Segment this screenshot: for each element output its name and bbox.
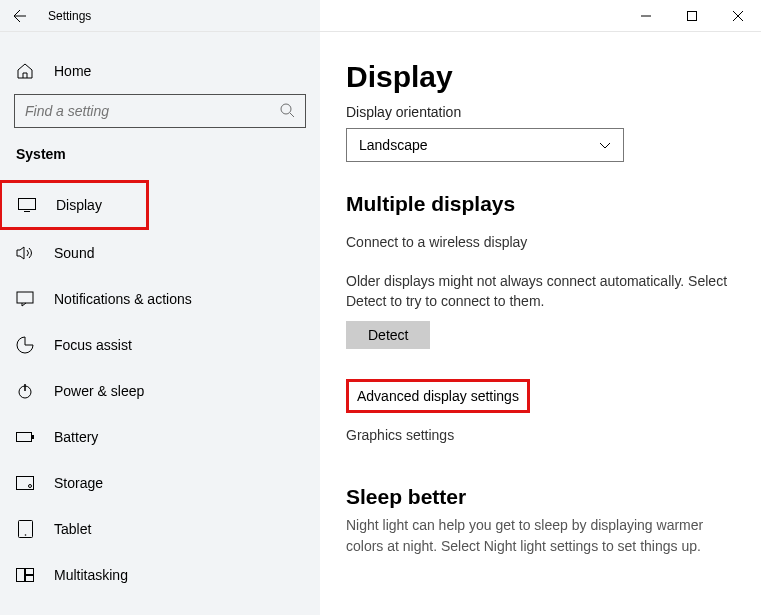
sidebar-item-label: Battery	[54, 429, 98, 445]
sidebar: Home System Display Sound Notifica	[0, 32, 320, 615]
sidebar-item-label: Storage	[54, 475, 103, 491]
sidebar-item-multitasking[interactable]: Multitasking	[0, 552, 320, 598]
focus-assist-icon	[16, 336, 34, 354]
svg-point-1	[281, 104, 291, 114]
back-arrow-icon	[12, 8, 28, 24]
sidebar-item-label: Focus assist	[54, 337, 132, 353]
sidebar-item-sound[interactable]: Sound	[0, 230, 320, 276]
orientation-label: Display orientation	[346, 104, 737, 120]
multitasking-icon	[16, 566, 34, 584]
main-content: Display Display orientation Landscape Mu…	[320, 32, 761, 615]
advanced-display-settings-link[interactable]: Advanced display settings	[346, 379, 530, 413]
orientation-value: Landscape	[359, 137, 428, 153]
advanced-display-label: Advanced display settings	[357, 388, 519, 404]
svg-rect-12	[26, 569, 34, 575]
storage-icon	[16, 474, 34, 492]
battery-icon	[16, 428, 34, 446]
window-title: Settings	[48, 9, 91, 23]
svg-rect-13	[26, 576, 34, 582]
sidebar-item-display[interactable]: Display	[0, 180, 149, 230]
detect-hint: Older displays might not always connect …	[346, 272, 737, 311]
sidebar-item-label: Display	[56, 197, 102, 213]
sidebar-item-focus-assist[interactable]: Focus assist	[0, 322, 320, 368]
sidebar-item-battery[interactable]: Battery	[0, 414, 320, 460]
sidebar-item-label: Notifications & actions	[54, 291, 192, 307]
notifications-icon	[16, 290, 34, 308]
close-button[interactable]	[715, 0, 761, 32]
search-box[interactable]	[14, 94, 306, 128]
graphics-settings-link[interactable]: Graphics settings	[346, 427, 737, 443]
svg-rect-5	[17, 433, 32, 442]
sidebar-item-notifications[interactable]: Notifications & actions	[0, 276, 320, 322]
tablet-icon	[16, 520, 34, 538]
window-controls	[623, 0, 761, 32]
power-icon	[16, 382, 34, 400]
orientation-dropdown[interactable]: Landscape	[346, 128, 624, 162]
svg-point-8	[29, 485, 32, 488]
display-icon	[18, 196, 36, 214]
svg-rect-0	[688, 11, 697, 20]
search-icon	[279, 102, 295, 121]
maximize-button[interactable]	[669, 0, 715, 32]
svg-rect-11	[17, 569, 25, 582]
page-title: Display	[346, 60, 737, 94]
back-button[interactable]	[0, 0, 40, 32]
home-label: Home	[54, 63, 91, 79]
home-icon	[16, 62, 34, 80]
sidebar-item-label: Tablet	[54, 521, 91, 537]
sidebar-item-storage[interactable]: Storage	[0, 460, 320, 506]
close-icon	[733, 11, 743, 21]
search-input[interactable]	[25, 103, 279, 119]
category-label: System	[0, 146, 320, 162]
sidebar-item-label: Multitasking	[54, 567, 128, 583]
wireless-display-link[interactable]: Connect to a wireless display	[346, 234, 737, 250]
svg-point-10	[24, 534, 26, 536]
detect-button[interactable]: Detect	[346, 321, 430, 349]
minimize-icon	[641, 11, 651, 21]
sidebar-item-power-sleep[interactable]: Power & sleep	[0, 368, 320, 414]
sidebar-item-tablet[interactable]: Tablet	[0, 506, 320, 552]
home-link[interactable]: Home	[0, 54, 320, 94]
svg-rect-6	[32, 435, 34, 439]
sidebar-item-label: Power & sleep	[54, 383, 144, 399]
titlebar: Settings	[0, 0, 761, 32]
sleep-better-text: Night light can help you get to sleep by…	[346, 515, 737, 557]
maximize-icon	[687, 11, 697, 21]
sidebar-item-label: Sound	[54, 245, 94, 261]
chevron-down-icon	[599, 137, 611, 153]
multiple-displays-heading: Multiple displays	[346, 192, 737, 216]
svg-rect-3	[17, 292, 33, 303]
sleep-better-heading: Sleep better	[346, 485, 737, 509]
svg-rect-2	[19, 199, 36, 210]
minimize-button[interactable]	[623, 0, 669, 32]
sound-icon	[16, 244, 34, 262]
